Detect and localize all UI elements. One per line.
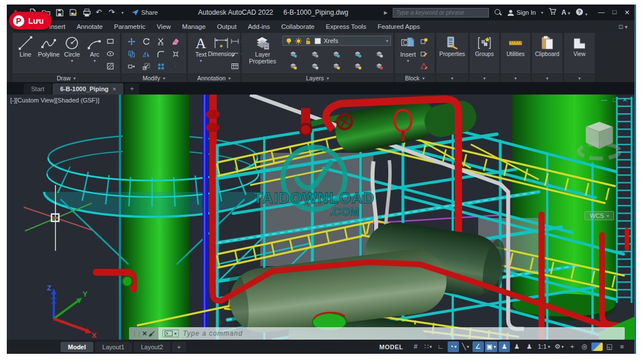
- search-icon[interactable]: [494, 8, 502, 16]
- ribbon-tab-manage[interactable]: Manage: [177, 22, 212, 32]
- draw-panel-footer[interactable]: Draw▾: [12, 74, 120, 82]
- properties-button[interactable]: Properties: [439, 34, 466, 74]
- cart-icon[interactable]: [548, 8, 556, 17]
- app-store-icon[interactable]: A ▾: [561, 8, 570, 16]
- circle-button[interactable]: Circle ▾: [61, 34, 83, 74]
- minimize-button[interactable]: —: [598, 8, 605, 16]
- command-line-handle[interactable]: ⋮⋮ ✕: [129, 327, 158, 340]
- new-drawing-tab-button[interactable]: +: [124, 83, 139, 95]
- redo-icon[interactable]: ↷ ·: [109, 7, 118, 18]
- layer-match-icon[interactable]: [289, 62, 297, 70]
- layer-delete-icon[interactable]: [375, 62, 383, 70]
- leader-icon[interactable]: [231, 50, 239, 58]
- viewcube-wcs-menu[interactable]: WCS ▾: [585, 211, 614, 220]
- rectangle-icon[interactable]: [106, 37, 114, 45]
- search-expand-icon[interactable]: ▶: [384, 10, 388, 15]
- clipboard-button[interactable]: Clipboard: [534, 34, 560, 74]
- view-panel-footer[interactable]: ▾: [564, 74, 595, 82]
- snap-mode-toggle[interactable]: ∷▾: [423, 341, 434, 352]
- ribbon-tab-output[interactable]: Output: [211, 22, 242, 32]
- edit-block-icon[interactable]: [420, 50, 428, 58]
- layer-dropdown[interactable]: Xrefs ▾: [282, 36, 391, 46]
- model-space-badge[interactable]: MODEL: [379, 344, 403, 350]
- grid-display-toggle[interactable]: #: [410, 341, 422, 352]
- undo-icon[interactable]: ↶ ·: [96, 7, 105, 18]
- copy-icon[interactable]: [128, 50, 135, 58]
- new-layout-button[interactable]: +: [172, 342, 186, 352]
- workspace-switching-toggle[interactable]: ⚙▾: [553, 341, 565, 352]
- dimension-button[interactable]: ✶ Dimension: [213, 34, 230, 74]
- vp-close-icon[interactable]: ✕: [622, 96, 628, 104]
- create-block-icon[interactable]: [420, 37, 428, 45]
- table-icon[interactable]: [231, 62, 239, 70]
- vp-minimize-icon[interactable]: —: [601, 96, 607, 104]
- help-search-input[interactable]: [393, 8, 489, 18]
- scale-icon[interactable]: [143, 63, 150, 70]
- layer-walk-icon[interactable]: [332, 62, 340, 70]
- autoscale-annotations-toggle[interactable]: ♟: [511, 341, 522, 352]
- sign-in-button[interactable]: Sign In: [507, 9, 536, 16]
- annotation-scale-flyout-toggle[interactable]: ♟: [523, 341, 535, 352]
- ribbon-tab-collaborate[interactable]: Collaborate: [276, 22, 320, 32]
- command-input[interactable]: Type a command: [183, 329, 243, 337]
- object-snap-toggle[interactable]: ▣▾: [485, 341, 498, 352]
- trim-icon[interactable]: [157, 38, 165, 45]
- annotation-scale-toggle[interactable]: 1:1▾: [536, 341, 552, 352]
- save-icon[interactable]: [55, 8, 65, 18]
- layer-dropdown-arrow-icon[interactable]: ▾: [386, 38, 388, 44]
- groups-button[interactable]: Groups: [474, 34, 495, 74]
- erase-icon[interactable]: [172, 38, 179, 45]
- polyline-button[interactable]: Polyline: [37, 34, 60, 74]
- properties-panel-footer[interactable]: ▾: [436, 74, 468, 82]
- stretch-icon[interactable]: [128, 63, 135, 70]
- view-button[interactable]: View: [569, 34, 590, 74]
- isolate-objects-toggle[interactable]: ◎: [579, 341, 590, 352]
- edit-attributes-icon[interactable]: [420, 62, 428, 70]
- dim-style-icon[interactable]: [231, 37, 239, 45]
- polar-tracking-toggle[interactable]: ◔▾: [448, 341, 459, 352]
- layer-freeze-icon[interactable]: [332, 50, 340, 58]
- layout-tab-layout2[interactable]: Layout2: [134, 342, 170, 352]
- move-icon[interactable]: [128, 38, 135, 45]
- array-icon[interactable]: [157, 63, 165, 70]
- viewport-controls-label[interactable]: [-][Custom View][Shaded (GSF)]: [10, 97, 100, 104]
- file-tab-6-b-1000-piping[interactable]: 6-B-1000_Piping×: [53, 83, 123, 95]
- osnap-tracking-toggle[interactable]: ∠: [473, 341, 484, 352]
- file-tab-start[interactable]: Start: [24, 83, 51, 95]
- ribbon-tab-view[interactable]: View: [151, 22, 177, 32]
- clean-screen-toggle[interactable]: ◱: [604, 341, 615, 352]
- ribbon-tab-featured-apps[interactable]: Featured Apps: [372, 22, 426, 32]
- save-as-icon[interactable]: [68, 8, 78, 18]
- plot-icon[interactable]: [82, 8, 92, 18]
- fillet-icon[interactable]: [157, 50, 165, 58]
- block-panel-footer[interactable]: Block▾: [395, 74, 435, 82]
- ribbon-tab-annotate[interactable]: Annotate: [71, 22, 108, 32]
- mirror-icon[interactable]: [143, 50, 150, 58]
- isometric-drafting-toggle[interactable]: ╲▾: [460, 341, 471, 352]
- drawing-canvas[interactable]: TAIDOWNLOAD .COM: [7, 95, 634, 340]
- ellipse-icon[interactable]: [106, 50, 114, 58]
- annotation-panel-footer[interactable]: Annotation▾: [188, 74, 240, 82]
- pinterest-save-button[interactable]: P Lưu: [9, 12, 51, 29]
- recent-commands-button[interactable]: ▾: [162, 329, 179, 337]
- vp-restore-icon[interactable]: □: [613, 96, 617, 104]
- layer-previous-icon[interactable]: [311, 62, 319, 70]
- insert-button[interactable]: Insert ▾: [397, 34, 419, 74]
- hatch-icon[interactable]: [106, 62, 114, 70]
- layout-tab-model[interactable]: Model: [61, 342, 93, 352]
- utilities-button[interactable]: Utilities: [505, 34, 526, 74]
- utilities-panel-footer[interactable]: ▾: [501, 74, 530, 82]
- ribbon-tab-express-tools[interactable]: Express Tools: [320, 22, 372, 32]
- layer-unlock2-icon[interactable]: [354, 62, 362, 70]
- ribbon-tab-parametric[interactable]: Parametric: [109, 22, 152, 32]
- layout-tab-layout1[interactable]: Layout1: [95, 342, 132, 352]
- share-button[interactable]: Share: [131, 8, 158, 16]
- maximize-button[interactable]: □: [612, 8, 616, 16]
- customize-wrench-icon[interactable]: [148, 330, 156, 337]
- customization-menu-toggle[interactable]: ≡: [616, 341, 628, 352]
- ribbon-tab-add-ins[interactable]: Add-ins: [242, 22, 276, 32]
- clipboard-panel-footer[interactable]: ▾: [532, 74, 563, 82]
- modify-panel-footer[interactable]: Modify▾: [122, 74, 186, 82]
- array-dropdown-icon[interactable]: ·: [175, 64, 177, 69]
- command-grip-icon[interactable]: ⋮⋮: [132, 331, 141, 337]
